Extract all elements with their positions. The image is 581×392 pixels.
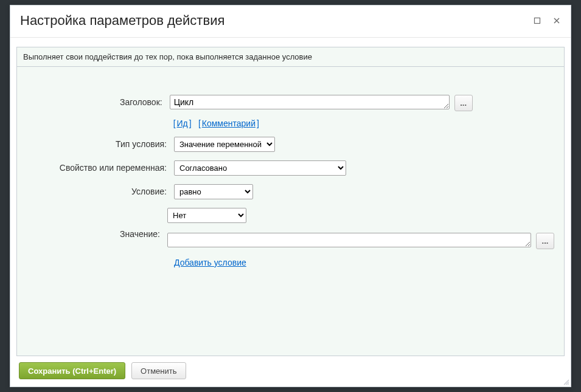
bracket: [ <box>173 119 176 128</box>
window-buttons <box>533 16 561 25</box>
titlebar: Настройка параметров действия <box>10 5 571 38</box>
value-input[interactable] <box>167 233 531 247</box>
resize-grip-icon[interactable] <box>562 378 569 385</box>
row-var: Свойство или переменная: Согласовано <box>27 160 554 176</box>
form-area: Заголовок: ... [Ид] [Комментарий] Тип ус… <box>16 67 565 356</box>
save-button[interactable]: Сохранить (Ctrl+Enter) <box>19 362 125 379</box>
type-select[interactable]: Значение переменной <box>174 137 275 152</box>
value-bool-select[interactable]: Нет <box>167 208 246 223</box>
maximize-icon[interactable] <box>533 16 541 25</box>
title-input[interactable] <box>170 95 450 109</box>
close-icon[interactable] <box>552 16 561 25</box>
var-label: Свойство или переменная: <box>27 160 174 173</box>
add-condition-row: Добавить условие <box>174 258 554 267</box>
value-label: Значение: <box>27 218 167 239</box>
var-select[interactable]: Согласовано <box>174 160 346 176</box>
row-type: Тип условия: Значение переменной <box>27 137 554 152</box>
svg-rect-0 <box>535 18 540 24</box>
cond-select[interactable]: равно <box>174 184 253 199</box>
comment-link[interactable]: Комментарий <box>202 119 256 128</box>
title-label: Заголовок: <box>27 95 170 107</box>
dialog-description: Выполняет свои поддействия до тех пор, п… <box>16 47 565 67</box>
title-ellipsis-button[interactable]: ... <box>454 95 473 111</box>
type-label: Тип условия: <box>27 137 174 149</box>
dialog: Настройка параметров действия Выполняет … <box>10 5 571 387</box>
cond-label: Условие: <box>27 184 174 196</box>
value-ellipsis-button[interactable]: ... <box>536 233 554 249</box>
row-cond: Условие: равно <box>27 184 554 199</box>
dialog-footer: Сохранить (Ctrl+Enter) Отменить <box>10 356 571 387</box>
bracket: ] <box>257 119 259 128</box>
id-link[interactable]: Ид <box>177 119 188 128</box>
dialog-title: Настройка параметров действия <box>20 13 224 29</box>
row-title: Заголовок: ... [Ид] [Комментарий] <box>27 95 554 128</box>
add-condition-link[interactable]: Добавить условие <box>174 258 246 267</box>
bracket: ] <box>189 119 192 128</box>
row-value: Значение: Нет ... <box>27 208 554 249</box>
bracket: [ <box>198 119 201 128</box>
cancel-button[interactable]: Отменить <box>131 362 186 379</box>
